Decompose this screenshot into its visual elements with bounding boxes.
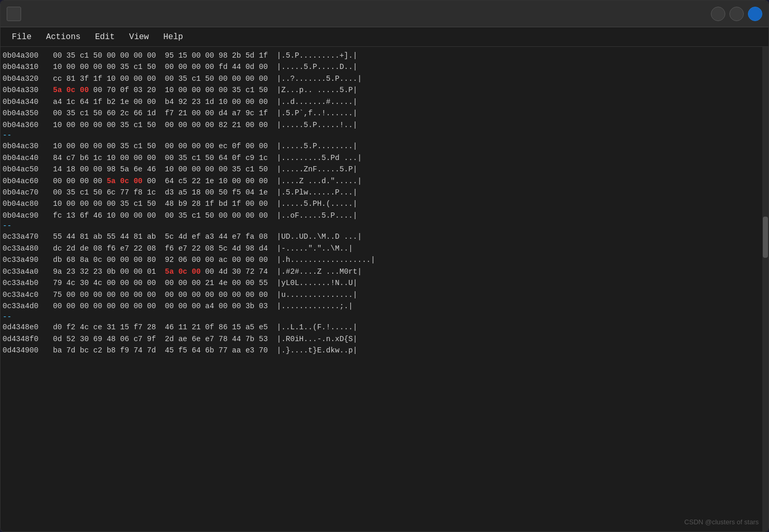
hex-address: 0b04a330 <box>3 84 49 96</box>
menu-bar: File Actions Edit View Help <box>1 27 768 47</box>
hex-ascii: |.....5.P........| <box>277 140 357 152</box>
hex-bytes-2: 45 f5 64 6b 77 aa e3 70 <box>165 345 277 356</box>
title-bar-left <box>7 7 25 21</box>
hex-ascii: |..?.......5.P....| <box>277 73 362 84</box>
hex-bytes-2: 48 b9 28 1f bd 1f 00 00 <box>165 198 277 209</box>
hex-address: 0c33a470 <box>3 231 49 242</box>
hex-address: 0b04a300 <box>3 50 49 61</box>
hex-address: 0c33a4b0 <box>3 277 49 289</box>
hex-address: 0c33a4a0 <box>3 266 49 277</box>
hex-bytes-2: b4 92 23 1d 10 00 00 00 <box>165 96 277 108</box>
hex-bytes-1: 10 00 00 00 00 35 c1 50 <box>53 119 165 131</box>
table-row: 0b04ac80 10 00 00 00 00 35 c1 50 48 b9 2… <box>3 198 766 209</box>
hex-bytes-1: ba 7d bc c2 b8 f9 74 7d <box>53 345 165 356</box>
table-row: 0b04a330 5a 0c 00 00 70 0f 03 20 10 00 0… <box>3 84 766 96</box>
table-row: 0b04ac70 00 35 c1 50 6c 77 f8 1c d3 a5 1… <box>3 187 766 198</box>
hex-address: 0d434900 <box>3 345 49 356</box>
table-row: 0d434900 ba 7d bc c2 b8 f9 74 7d 45 f5 6… <box>3 345 766 356</box>
hex-address: 0b04ac40 <box>3 152 49 164</box>
hex-bytes-1: dc 2d de 08 f6 e7 22 08 <box>53 243 165 254</box>
hex-bytes-1: 55 44 81 ab 55 44 81 ab <box>53 231 165 242</box>
scrollbar-thumb[interactable] <box>763 217 768 258</box>
hex-address: 0c33a4c0 <box>3 289 49 300</box>
hex-ascii: |..d.......#.....| <box>277 96 357 108</box>
hex-bytes-1: db 68 8a 0c 00 00 00 80 <box>53 254 165 265</box>
hex-bytes-2: 00 00 00 21 4e 00 00 55 <box>165 277 277 289</box>
hex-ascii: |.R0iH...-.n.xD{S| <box>277 333 357 345</box>
hex-bytes-2: f7 21 00 00 d4 a7 9c 1f <box>165 108 277 119</box>
hex-bytes-2: 2d ae 6e e7 78 44 7b 53 <box>165 333 277 345</box>
hex-bytes-2: f6 e7 22 08 5c 4d 98 d4 <box>165 243 277 254</box>
hex-bytes-2: 46 11 21 0f 86 15 a5 e5 <box>165 322 277 333</box>
table-row: 0b04a300 00 35 c1 50 00 00 00 00 95 15 0… <box>3 50 766 61</box>
hex-bytes-2: 95 15 00 00 98 2b 5d 1f <box>165 50 277 61</box>
table-row: 0c33a490 db 68 8a 0c 00 00 00 80 92 06 0… <box>3 254 766 265</box>
separator-line: -- <box>3 131 766 140</box>
terminal-window: File Actions Edit View Help 0b04a300 00 … <box>0 0 769 532</box>
hex-bytes-2: 00 00 00 a4 00 00 3b 03 <box>165 300 277 312</box>
hex-address: 0b04ac80 <box>3 198 49 209</box>
title-bar <box>1 1 768 27</box>
hex-ascii: |.....5.P.....D..| <box>277 61 357 73</box>
hex-ascii: |..L.1..(F.!.....| <box>277 322 357 333</box>
hex-bytes-1: 0d 52 30 69 48 06 c7 9f <box>53 333 165 345</box>
hex-bytes-1: 9a 23 32 23 0b 00 00 01 <box>53 266 165 277</box>
hex-ascii: |.5.Plw......P...| <box>277 187 357 198</box>
table-row: 0c33a4d0 00 00 00 00 00 00 00 00 00 00 0… <box>3 300 766 312</box>
table-row: 0b04a360 10 00 00 00 00 35 c1 50 00 00 0… <box>3 119 766 131</box>
hex-bytes-1: 14 18 00 00 98 5a 6e 46 <box>53 164 165 175</box>
hex-address: 0b04ac70 <box>3 187 49 198</box>
hex-bytes-2: 00 00 00 00 82 21 00 00 <box>165 119 277 131</box>
hex-bytes-1: 75 00 00 00 00 00 00 00 <box>53 289 165 300</box>
hex-bytes-2: 00 00 00 00 00 00 00 00 <box>165 289 277 300</box>
hex-address: 0b04a340 <box>3 96 49 108</box>
hex-address: 0b04ac90 <box>3 210 49 221</box>
menu-edit[interactable]: Edit <box>88 30 122 44</box>
hex-ascii: |.5.P.........+].| <box>277 50 357 61</box>
hex-ascii: |UD..UD..\M..D ...| <box>277 231 362 242</box>
table-row: 0b04a310 10 00 00 00 00 35 c1 50 00 00 0… <box>3 61 766 73</box>
hex-ascii: |.5.P`,f..!......| <box>277 108 357 119</box>
hex-bytes-1: a4 1c 64 1f b2 1e 00 00 <box>53 96 165 108</box>
hex-bytes-1: 84 c7 b6 1c 10 00 00 00 <box>53 152 165 164</box>
table-row: 0b04a340 a4 1c 64 1f b2 1e 00 00 b4 92 2… <box>3 96 766 108</box>
hex-bytes-1: 00 35 c1 50 60 2c 66 1d <box>53 108 165 119</box>
hex-bytes-1: d0 f2 4c ce 31 15 f7 28 <box>53 322 165 333</box>
hex-bytes-2: 92 06 00 00 ac 00 00 00 <box>165 254 277 265</box>
table-row: 0b04ac90 fc 13 6f 46 10 00 00 00 00 35 c… <box>3 210 766 221</box>
hex-bytes-1: 00 35 c1 50 6c 77 f8 1c <box>53 187 165 198</box>
scrollbar[interactable] <box>762 47 768 531</box>
maximize-button[interactable] <box>729 7 744 21</box>
hex-bytes-1: 5a 0c 00 00 70 0f 03 20 <box>53 84 165 96</box>
separator-line: -- <box>3 221 766 231</box>
hex-ascii: |.....5.P.....!..| <box>277 119 357 131</box>
table-row: 0c33a4c0 75 00 00 00 00 00 00 00 00 00 0… <box>3 289 766 300</box>
hex-ascii: |.............;.| <box>277 300 353 312</box>
minimize-button[interactable] <box>711 7 725 21</box>
menu-help[interactable]: Help <box>156 30 190 44</box>
terminal-content[interactable]: 0b04a300 00 35 c1 50 00 00 00 00 95 15 0… <box>1 47 768 531</box>
hex-address: 0b04a350 <box>3 108 49 119</box>
menu-file[interactable]: File <box>5 30 39 44</box>
hex-ascii: |u...............| <box>277 289 357 300</box>
hex-address: 0b04a360 <box>3 119 49 131</box>
hex-address: 0b04ac50 <box>3 164 49 175</box>
hex-bytes-2: 00 35 c1 50 00 00 00 00 <box>165 210 277 221</box>
menu-actions[interactable]: Actions <box>39 30 87 44</box>
hex-ascii: |....Z ...d.".....| <box>277 175 362 187</box>
hex-bytes-2: 00 00 00 00 ec 0f 00 00 <box>165 140 277 152</box>
hex-bytes-1: 10 00 00 00 00 35 c1 50 <box>53 198 165 209</box>
hex-bytes-2: 10 00 00 00 00 35 c1 50 <box>165 84 277 96</box>
hex-bytes-2: 00 00 00 00 fd 44 0d 00 <box>165 61 277 73</box>
table-row: 0c33a4b0 79 4c 30 4c 00 00 00 00 00 00 0… <box>3 277 766 289</box>
hex-bytes-1: 10 00 00 00 00 35 c1 50 <box>53 140 165 152</box>
close-button[interactable] <box>748 7 762 21</box>
hex-address: 0b04ac30 <box>3 140 49 152</box>
hex-ascii: |.....5.PH.(.....| <box>277 198 357 209</box>
hex-ascii: |.}....t}E.dkw..p| <box>277 345 357 356</box>
window-controls <box>711 7 762 21</box>
hex-address: 0d4348f0 <box>3 333 49 345</box>
table-row: 0b04a350 00 35 c1 50 60 2c 66 1d f7 21 0… <box>3 108 766 119</box>
hex-ascii: |yL0L.......!N..U| <box>277 277 357 289</box>
menu-view[interactable]: View <box>122 30 156 44</box>
